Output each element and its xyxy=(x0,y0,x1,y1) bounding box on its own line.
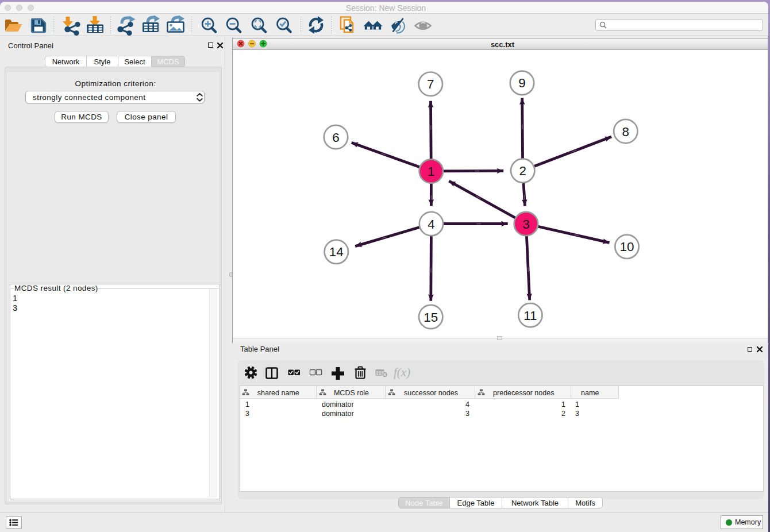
svg-text:4: 4 xyxy=(428,217,434,232)
svg-text:6: 6 xyxy=(332,130,339,145)
svg-text:11: 11 xyxy=(523,309,537,323)
svg-text:9: 9 xyxy=(518,76,525,90)
svg-text:3: 3 xyxy=(522,217,529,232)
svg-text:2: 2 xyxy=(519,164,526,178)
svg-text:f(x): f(x) xyxy=(394,365,410,379)
svg-text:14: 14 xyxy=(329,245,344,259)
svg-text:15: 15 xyxy=(424,310,438,325)
svg-text:1: 1 xyxy=(428,164,434,179)
svg-text:8: 8 xyxy=(622,125,629,139)
svg-text:7: 7 xyxy=(427,77,434,91)
svg-text:10: 10 xyxy=(620,240,634,254)
